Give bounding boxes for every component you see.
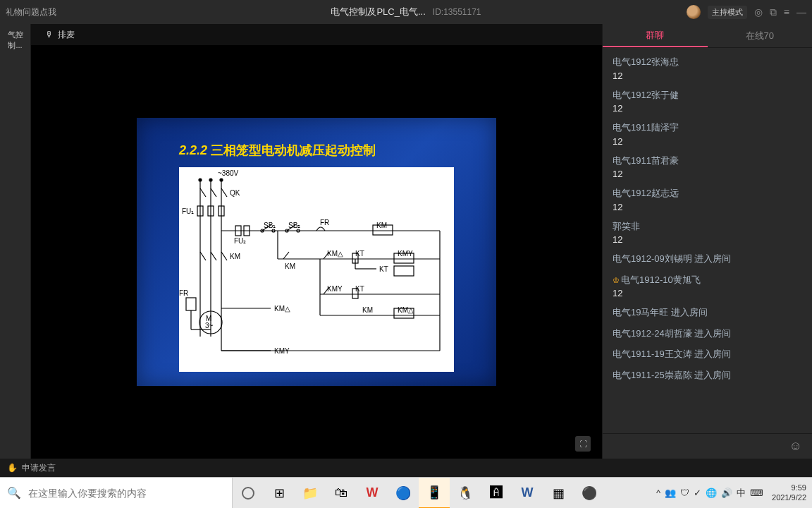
speak-request-row: ✋ 申请发言 bbox=[0, 459, 812, 477]
chat-message: 电气19马年旺 进入房间 bbox=[613, 306, 802, 320]
tray-safe-icon[interactable]: ✓ bbox=[694, 488, 701, 498]
store-icon[interactable]: 🛍 bbox=[326, 478, 357, 509]
svg-text:FR: FR bbox=[320, 219, 329, 226]
tray-ime-label[interactable]: 中 bbox=[737, 487, 746, 500]
qq-icon[interactable]: 🐧 bbox=[450, 478, 481, 509]
room-title: 电气控制及PLC_电气... bbox=[331, 6, 425, 18]
svg-line-16 bbox=[211, 252, 216, 260]
svg-text:FU₂: FU₂ bbox=[234, 237, 246, 245]
chat-message: 电气1911苗君豪12 bbox=[613, 154, 802, 180]
title-bar: 礼物问题点我 电气控制及PLC_电气... ID:13551171 主持模式 ◎… bbox=[0, 0, 812, 24]
hand-icon[interactable]: ✋ bbox=[7, 463, 18, 473]
svg-text:FU₁: FU₁ bbox=[182, 207, 194, 215]
obs-icon[interactable]: ⚫ bbox=[574, 478, 605, 509]
svg-text:KM△: KM△ bbox=[327, 250, 343, 258]
speak-request-label[interactable]: 申请发言 bbox=[22, 462, 56, 474]
windows-taskbar: 🔍 ⊞ 📁 🛍 W 🔵 📱 🐧 🅰 W ▦ ⚫ ^ 👥 🛡 ✓ 🌐 🔊 中 ⌨ … bbox=[0, 477, 812, 508]
slide-title: 2.2.2 三相笼型电动机减压起动控制 bbox=[179, 142, 376, 159]
svg-text:KM△: KM△ bbox=[398, 306, 414, 314]
cortana-icon[interactable] bbox=[233, 478, 264, 509]
file-explorer-icon[interactable]: 📁 bbox=[295, 478, 326, 509]
windows-search[interactable]: 🔍 bbox=[0, 478, 233, 509]
circuit-diagram: ~380V QK FU₁ KM bbox=[179, 167, 454, 372]
svg-line-8 bbox=[211, 188, 216, 197]
app-dark-icon[interactable]: ▦ bbox=[543, 478, 574, 509]
mic-icon[interactable]: 🎙 bbox=[45, 30, 54, 40]
mic-queue-row: 🎙 排麦 bbox=[31, 24, 602, 45]
search-input[interactable] bbox=[28, 488, 225, 499]
svg-point-4 bbox=[199, 179, 202, 181]
svg-line-9 bbox=[221, 188, 227, 197]
chat-message: 电气1911-25崇嘉陈 进入房间 bbox=[613, 368, 802, 382]
app-a-icon[interactable]: 🅰 bbox=[481, 478, 512, 509]
svg-rect-19 bbox=[186, 298, 196, 310]
tray-up-icon[interactable]: ^ bbox=[656, 488, 660, 498]
chat-message: 电气1912张于健12 bbox=[613, 88, 802, 114]
svg-text:KM△: KM△ bbox=[274, 305, 290, 313]
taskbar-clock[interactable]: 9:59 2021/9/22 bbox=[772, 483, 806, 502]
svg-line-17 bbox=[221, 252, 227, 260]
chat-message: 电气1912张海忠12 bbox=[613, 55, 802, 81]
tencent-class-icon[interactable]: 📱 bbox=[419, 478, 450, 509]
svg-line-15 bbox=[200, 252, 206, 260]
menu-icon[interactable]: ≡ bbox=[784, 6, 789, 18]
chat-message: 电气1912-09刘锡明 进入房间 bbox=[613, 252, 802, 266]
left-rail: 气控制... bbox=[0, 24, 31, 459]
svg-text:KM: KM bbox=[285, 262, 295, 270]
tab-chat[interactable]: 群聊 bbox=[603, 24, 708, 47]
chat-message: 电气1912赵志远12 bbox=[613, 186, 802, 212]
tray-keyboard-icon[interactable]: ⌨ bbox=[750, 488, 763, 498]
chat-message: 电气1912-24胡哲濠 进入房间 bbox=[613, 327, 802, 341]
chat-input-row: ☺ bbox=[603, 433, 812, 459]
tray-net-icon[interactable]: 🌐 bbox=[706, 488, 717, 498]
svg-text:QK: QK bbox=[230, 189, 240, 197]
left-tab-item[interactable]: 气控制... bbox=[0, 27, 30, 54]
record-icon[interactable]: ◎ bbox=[754, 6, 763, 18]
svg-line-7 bbox=[200, 188, 206, 197]
popout-icon[interactable]: ⧉ bbox=[770, 6, 777, 18]
host-mode-badge[interactable]: 主持模式 bbox=[708, 6, 747, 19]
task-view-icon[interactable]: ⊞ bbox=[264, 478, 295, 509]
svg-point-5 bbox=[209, 179, 212, 181]
tray-volume-icon[interactable]: 🔊 bbox=[721, 488, 732, 498]
tray-people-icon[interactable]: 👥 bbox=[665, 488, 676, 498]
gift-link[interactable]: 礼物问题点我 bbox=[6, 6, 56, 18]
svg-rect-71 bbox=[394, 266, 414, 276]
wps-icon[interactable]: W bbox=[357, 478, 388, 509]
tray-shield-icon[interactable]: 🛡 bbox=[680, 488, 689, 498]
emoji-icon[interactable]: ☺ bbox=[789, 439, 802, 454]
room-id: ID:13551171 bbox=[433, 7, 481, 17]
svg-text:3~: 3~ bbox=[205, 322, 214, 329]
chat-sidebar: 群聊 在线70 电气1912张海忠12电气1912张于健12电气1911陆泽宇1… bbox=[602, 24, 812, 459]
chat-message: 电气1911-19王文涛 进入房间 bbox=[613, 347, 802, 361]
svg-text:FR: FR bbox=[179, 289, 188, 297]
minimize-icon[interactable]: — bbox=[796, 6, 806, 18]
chat-message: ♔电气1912-10黄旭飞12 bbox=[613, 273, 802, 299]
presentation-area: 🎙 排麦 2.2.2 三相笼型电动机减压起动控制 ~380V bbox=[31, 24, 602, 459]
svg-text:KMY: KMY bbox=[327, 285, 343, 293]
svg-point-6 bbox=[220, 179, 223, 181]
svg-line-48 bbox=[283, 252, 289, 259]
svg-text:KM: KM bbox=[230, 253, 240, 260]
svg-text:~380V: ~380V bbox=[218, 169, 239, 177]
svg-text:KM: KM bbox=[362, 306, 373, 314]
mic-queue-label: 排麦 bbox=[58, 29, 75, 41]
tab-online[interactable]: 在线70 bbox=[708, 24, 813, 47]
chat-message: 电气1911陆泽宇12 bbox=[613, 121, 802, 147]
search-icon: 🔍 bbox=[7, 486, 21, 500]
slide-expand-button[interactable]: ⛶ bbox=[575, 436, 591, 452]
slide: 2.2.2 三相笼型电动机减压起动控制 ~380V QK bbox=[137, 118, 496, 386]
user-avatar[interactable] bbox=[687, 5, 701, 19]
chat-list[interactable]: 电气1912张海忠12电气1912张于健12电气1911陆泽宇12电气1911苗… bbox=[603, 48, 812, 433]
word-icon[interactable]: W bbox=[512, 478, 543, 509]
chat-message: 郭笑非12 bbox=[613, 219, 802, 246]
sogou-icon[interactable]: 🔵 bbox=[388, 478, 419, 509]
svg-text:KT: KT bbox=[379, 265, 388, 273]
